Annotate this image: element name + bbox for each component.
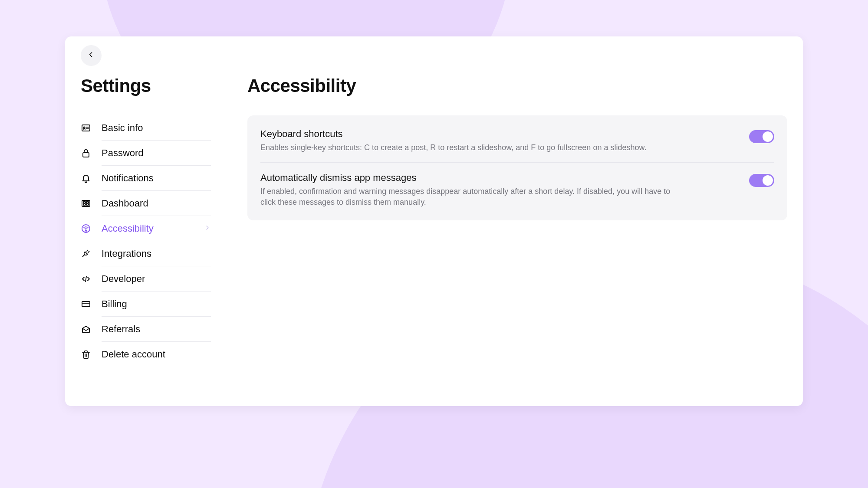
sidebar-item-label-wrap: Basic info (102, 115, 211, 141)
sidebar-item-accessibility[interactable]: Accessibility (81, 216, 211, 241)
accessibility-icon (81, 223, 91, 234)
toggle-knob (763, 131, 773, 142)
svg-rect-6 (83, 202, 85, 203)
setting-row-description: If enabled, confirmation and warning mes… (260, 186, 686, 207)
chevron-left-icon (87, 50, 95, 61)
sidebar-item-label: Developer (102, 273, 145, 285)
toggle-auto-dismiss[interactable] (749, 174, 774, 187)
svg-rect-8 (86, 202, 89, 203)
sidebar-item-label-wrap: Delete account (102, 342, 211, 367)
setting-row-text: Automatically dismiss app messagesIf ena… (260, 172, 737, 207)
sidebar: Settings Basic infoPasswordNotifications… (81, 78, 211, 367)
sidebar-item-label: Basic info (102, 122, 143, 134)
svg-line-14 (83, 255, 85, 257)
svg-rect-5 (82, 200, 90, 206)
sidebar-item-label-wrap: Billing (102, 291, 211, 317)
svg-line-15 (85, 276, 86, 282)
id-card-icon (81, 123, 91, 133)
sidebar-item-label-wrap: Integrations (102, 241, 211, 266)
sidebar-item-label-wrap: Developer (102, 266, 211, 291)
main-content: Accessibility Keyboard shortcutsEnables … (247, 78, 787, 367)
back-button[interactable] (81, 45, 102, 66)
setting-row-description: Enables single-key shortcuts: C to creat… (260, 142, 686, 153)
sidebar-item-integrations[interactable]: Integrations (81, 241, 211, 266)
toggle-knob (763, 175, 773, 186)
sidebar-item-notifications[interactable]: Notifications (81, 166, 211, 191)
sidebar-item-label-wrap: Password (102, 141, 211, 166)
setting-row-text: Keyboard shortcutsEnables single-key sho… (260, 128, 737, 153)
sidebar-item-label: Billing (102, 298, 127, 310)
sidebar-title: Settings (81, 75, 211, 96)
settings-panel: Settings Basic infoPasswordNotifications… (65, 36, 803, 406)
sidebar-item-label: Delete account (102, 349, 165, 360)
svg-rect-7 (83, 204, 85, 205)
sidebar-nav: Basic infoPasswordNotificationsDashboard… (81, 115, 211, 367)
sidebar-item-delete[interactable]: Delete account (81, 342, 211, 367)
setting-row-auto-dismiss: Automatically dismiss app messagesIf ena… (260, 162, 774, 217)
sidebar-item-label: Password (102, 147, 144, 159)
svg-rect-4 (83, 153, 89, 157)
sidebar-item-developer[interactable]: Developer (81, 266, 211, 291)
setting-row-keyboard-shortcuts: Keyboard shortcutsEnables single-key sho… (260, 119, 774, 162)
settings-section: Keyboard shortcutsEnables single-key sho… (247, 115, 787, 220)
setting-row-title: Keyboard shortcuts (260, 128, 737, 140)
toggle-keyboard-shortcuts[interactable] (749, 130, 774, 143)
svg-rect-0 (82, 125, 90, 131)
sidebar-item-label-wrap: Referrals (102, 317, 211, 342)
sidebar-item-label-wrap: Dashboard (102, 191, 211, 216)
sidebar-item-label-wrap: Notifications (102, 166, 211, 191)
svg-rect-9 (86, 204, 89, 205)
sidebar-item-label: Accessibility (102, 223, 154, 234)
plug-icon (81, 249, 91, 259)
lock-icon (81, 148, 91, 158)
page-title: Accessibility (247, 75, 787, 96)
sidebar-item-referrals[interactable]: Referrals (81, 317, 211, 342)
credit-card-icon (81, 299, 91, 309)
sidebar-item-label: Integrations (102, 248, 151, 259)
svg-point-11 (85, 226, 87, 227)
sidebar-item-label: Dashboard (102, 198, 148, 209)
setting-row-title: Automatically dismiss app messages (260, 172, 737, 183)
sidebar-item-billing[interactable]: Billing (81, 291, 211, 317)
svg-point-3 (84, 127, 85, 128)
sidebar-item-label-wrap: Accessibility (102, 216, 211, 241)
svg-line-12 (87, 250, 88, 252)
sidebar-item-basic-info[interactable]: Basic info (81, 115, 211, 141)
svg-line-13 (88, 252, 89, 253)
dashboard-icon (81, 198, 91, 209)
chevron-right-icon (204, 224, 211, 233)
sidebar-item-label: Referrals (102, 324, 140, 335)
envelope-open-icon (81, 324, 91, 334)
bell-icon (81, 173, 91, 183)
sidebar-item-dashboard[interactable]: Dashboard (81, 191, 211, 216)
trash-icon (81, 349, 91, 360)
sidebar-item-label: Notifications (102, 173, 154, 184)
svg-rect-16 (82, 301, 90, 307)
sidebar-item-password[interactable]: Password (81, 141, 211, 166)
code-icon (81, 274, 91, 284)
